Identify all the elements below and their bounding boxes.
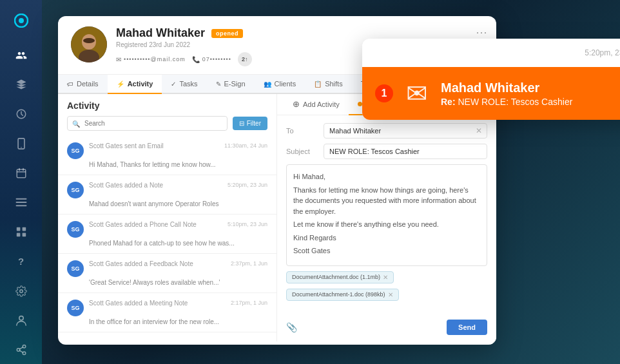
activity-avatar: SG [67, 142, 84, 159]
search-wrap: 🔍 [67, 116, 228, 131]
svg-rect-6 [16, 227, 20, 231]
tab-esign[interactable]: ✎ E-Sign [207, 75, 255, 94]
list-item[interactable]: SG Scott Gates added a Feedback Note 2:3… [58, 254, 276, 293]
add-activity-tab[interactable]: ⊕ Add Activity [284, 94, 349, 115]
remove-attachment-button[interactable]: ✕ [388, 291, 393, 298]
subject-input-wrap [324, 144, 487, 159]
tab-details[interactable]: 🏷 Details [58, 75, 108, 94]
filter-button[interactable]: ⊟ Filter [233, 117, 267, 130]
notif-top-bar: 5:20pm, 23 Jun ↩ [362, 39, 620, 67]
phone-icon: 📞 [192, 56, 200, 63]
activity-time: 5:10pm, 23 Jun [228, 221, 267, 227]
active-dot [358, 102, 362, 106]
send-button[interactable]: Send [447, 320, 487, 335]
sidebar-item-mobile[interactable] [8, 131, 34, 157]
tab-tasks[interactable]: ✓ Tasks [162, 75, 206, 94]
clients-icon: 👥 [264, 81, 271, 88]
notif-subject: Re: NEW ROLE: Tescos Cashier [441, 97, 572, 107]
email-body[interactable]: Hi Mahad, Thanks for letting me know how… [286, 164, 487, 266]
sidebar-item-share[interactable] [8, 337, 34, 363]
svg-rect-7 [22, 227, 26, 231]
tasks-icon: ✓ [171, 81, 176, 88]
more-options-button[interactable]: ⋯ [476, 25, 487, 39]
tab-clients[interactable]: 👥 Clients [255, 75, 305, 94]
status-badge: opened [211, 29, 243, 38]
activity-desc: In the office for an interview for the n… [67, 318, 267, 325]
tab-activity[interactable]: ⚡ Activity [108, 75, 162, 94]
subject-input[interactable] [324, 144, 487, 159]
profile-name: Mahad Whitaker opened [116, 26, 483, 40]
activity-user-action: Scott Gates added a Note [89, 182, 222, 189]
email-greeting: Hi Mahad, [293, 171, 480, 182]
to-input-wrap: ✕ [324, 123, 487, 139]
to-input[interactable] [324, 123, 487, 139]
activity-avatar: SG [67, 221, 84, 238]
attach-file-button[interactable]: 📎 [286, 322, 297, 332]
email-signatory: Scott Gates [293, 245, 480, 256]
activity-time: 2:37pm, 1 Jun [231, 260, 267, 267]
notif-time: 5:20pm, 23 Jun [585, 48, 620, 57]
activity-search-bar: 🔍 ⊟ Filter [58, 116, 276, 136]
activity-desc: Hi Mahad, Thanks for letting me know how… [67, 161, 267, 168]
sidebar-item-person[interactable] [8, 308, 34, 334]
sidebar: ? [0, 0, 42, 364]
avatar-count: 2↑ [238, 52, 252, 66]
sidebar-item-users[interactable] [8, 43, 34, 68]
list-item[interactable]: SG Scott Gates sent an Email 11:30am, 24… [58, 136, 276, 175]
sidebar-item-settings[interactable] [8, 278, 34, 304]
activity-time: 11:30am, 24 Jun [224, 142, 267, 149]
email-meta: ✉ ••••••••••@mail.com [116, 56, 186, 63]
email-line1: Thanks for letting me know how things ar… [293, 185, 480, 217]
attachment-chip: DocumentAttachment-1.doc (898kb) ✕ [286, 289, 399, 301]
shifts-icon: 📋 [314, 81, 322, 88]
subject-label: Subject [286, 148, 318, 155]
sidebar-item-grid[interactable] [8, 219, 34, 245]
esign-icon: ✎ [216, 81, 221, 88]
remove-attachment-button[interactable]: ✕ [383, 274, 388, 281]
email-line2: Let me know if there's anything else you… [293, 219, 480, 230]
email-icon: ✉ [116, 56, 121, 63]
sidebar-item-time[interactable] [8, 101, 34, 127]
svg-point-14 [23, 352, 26, 355]
activity-desc: Mahad doesn't want anymore Operator Role… [67, 200, 267, 207]
activity-user-action: Scott Gates added a Phone Call Note [89, 221, 222, 228]
svg-rect-9 [22, 233, 26, 237]
plus-icon: ⊕ [293, 99, 300, 109]
details-icon: 🏷 [67, 81, 73, 88]
sidebar-item-help[interactable]: ? [8, 249, 34, 274]
svg-rect-5 [17, 169, 26, 178]
activity-user-action: Scott Gates sent an Email [89, 142, 219, 149]
list-item[interactable]: SG Scott Gates added a Note 5:20pm, 23 J… [58, 175, 276, 215]
sidebar-item-list[interactable] [8, 190, 34, 216]
email-panel: ⊕ Add Activity Send Email To ✕ [277, 94, 496, 341]
email-footer: 📎 Send [277, 316, 496, 341]
to-field-row: To ✕ [286, 123, 487, 139]
email-sign-off: Kind Regards [293, 233, 480, 244]
main-area: Mahad Whitaker opened Registered 23rd Ju… [42, 0, 620, 364]
notif-badge-count: 1 [375, 84, 393, 102]
search-input[interactable] [67, 116, 228, 131]
clear-to-button[interactable]: ✕ [476, 126, 482, 135]
svg-point-1 [19, 18, 24, 23]
avatar [71, 26, 107, 62]
activity-icon: ⚡ [117, 81, 124, 88]
svg-rect-8 [16, 233, 20, 237]
svg-point-13 [17, 349, 20, 352]
activity-desc: 'Great Service! Always roles available w… [67, 279, 267, 286]
activity-avatar: SG [67, 182, 84, 198]
activity-avatar: SG [67, 260, 84, 277]
activity-panel: Activity 🔍 ⊟ Filter SG [58, 94, 277, 341]
svg-point-10 [19, 289, 23, 292]
list-item[interactable]: SG Scott Gates added a Phone Call Note 5… [58, 215, 276, 254]
svg-point-4 [21, 147, 22, 148]
app-logo[interactable] [8, 8, 34, 34]
list-item[interactable]: SG Scott Gates added a Meeting Note 2:17… [58, 293, 276, 332]
tab-shifts[interactable]: 📋 Shifts [305, 75, 352, 94]
to-label: To [286, 127, 318, 135]
card-body: Activity 🔍 ⊟ Filter SG [58, 94, 496, 341]
sidebar-item-network[interactable] [8, 72, 34, 98]
search-icon: 🔍 [72, 120, 80, 127]
subject-field-row: Subject [286, 144, 487, 159]
attachment-chip: DocumentAttachment.doc (1.1mb) ✕ [286, 271, 394, 283]
sidebar-item-calendar[interactable] [8, 160, 34, 186]
